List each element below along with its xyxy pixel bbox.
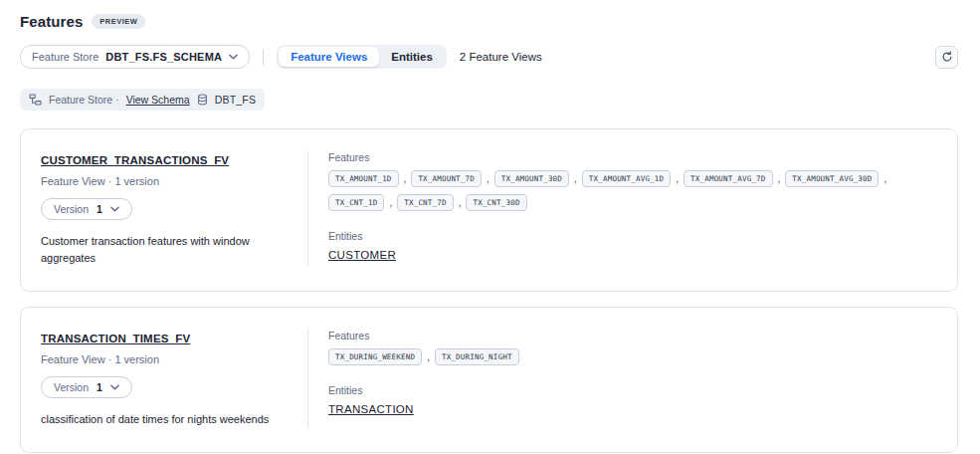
entity-link[interactable]: CUSTOMER <box>328 249 396 261</box>
chevron-down-icon <box>110 384 119 390</box>
feature-chip: TX_CNT_7D <box>397 194 453 211</box>
feature-chip: TX_DURING_WEEKEND <box>328 348 422 365</box>
chip-separator: , <box>427 351 430 362</box>
card-details: Features TX_DURING_WEEKEND , TX_DURING_N… <box>307 329 957 428</box>
breadcrumb-database: DBT_FS <box>215 94 256 106</box>
breadcrumb-prefix: Feature Store · <box>49 94 119 106</box>
version-label: Version <box>54 381 89 393</box>
feature-store-select[interactable]: Feature Store DBT_FS.FS_SCHEMA <box>20 45 250 69</box>
chip-separator: , <box>574 173 577 184</box>
chip-separator: , <box>487 173 490 184</box>
database-icon <box>197 94 208 106</box>
page-header: Features PREVIEW <box>20 13 958 30</box>
toolbar-divider <box>263 49 264 65</box>
chip-separator: , <box>883 173 886 184</box>
version-label: Version <box>54 203 89 215</box>
feature-view-card: CUSTOMER_TRANSACTIONS_FV Feature View · … <box>20 128 958 292</box>
feature-view-description: classification of date times for nights … <box>41 411 288 428</box>
page-title: Features <box>20 13 83 30</box>
chip-separator: , <box>459 197 462 208</box>
entities-label: Entities <box>328 384 937 396</box>
chevron-down-icon <box>229 54 238 60</box>
breadcrumb: Feature Store · View Schema DBT_FS <box>20 89 265 111</box>
feature-view-title-link[interactable]: CUSTOMER_TRANSACTIONS_FV <box>41 154 229 166</box>
feature-store-value: DBT_FS.FS_SCHEMA <box>105 51 222 63</box>
chevron-down-icon <box>110 206 119 212</box>
feature-view-title-link[interactable]: TRANSACTION_TIMES_FV <box>41 333 190 344</box>
features-chip-list: TX_DURING_WEEKEND , TX_DURING_NIGHT <box>328 348 937 365</box>
feature-chip: TX_DURING_NIGHT <box>435 348 519 365</box>
chip-separator: , <box>389 197 392 208</box>
feature-view-meta: Feature View · 1 version <box>41 353 288 365</box>
features-label: Features <box>328 330 937 341</box>
tab-feature-views[interactable]: Feature Views <box>279 47 379 67</box>
entities-label: Entities <box>328 230 937 242</box>
card-summary: TRANSACTION_TIMES_FV Feature View · 1 ve… <box>21 329 307 428</box>
entities-list: TRANSACTION <box>328 396 937 417</box>
version-value: 1 <box>97 203 102 215</box>
feature-chip: TX_AMOUNT_7D <box>411 170 482 187</box>
features-chip-list: TX_AMOUNT_1D , TX_AMOUNT_7D , TX_AMOUNT_… <box>328 170 937 211</box>
feature-chip: TX_AMOUNT_AVG_7D <box>684 170 772 187</box>
feature-store-label: Feature Store <box>32 51 98 63</box>
feature-view-card: TRANSACTION_TIMES_FV Feature View · 1 ve… <box>20 307 958 453</box>
feature-view-description: Customer transaction features with windo… <box>41 233 288 267</box>
version-value: 1 <box>97 381 102 393</box>
view-schema-link[interactable]: View Schema <box>126 94 190 106</box>
chip-separator: , <box>404 173 407 184</box>
feature-chip: TX_AMOUNT_30D <box>494 170 569 187</box>
refresh-button[interactable] <box>935 46 958 69</box>
chip-separator: , <box>676 173 679 184</box>
feature-chip: TX_AMOUNT_1D <box>328 170 399 187</box>
feature-view-list: CUSTOMER_TRANSACTIONS_FV Feature View · … <box>20 128 958 453</box>
version-select[interactable]: Version 1 <box>41 376 132 398</box>
tab-group: Feature Views Entities <box>277 45 447 69</box>
feature-store-icon <box>29 94 42 106</box>
card-summary: CUSTOMER_TRANSACTIONS_FV Feature View · … <box>21 150 307 267</box>
features-page: Features PREVIEW Feature Store DBT_FS.FS… <box>0 0 980 453</box>
chip-separator: , <box>778 173 781 184</box>
breadcrumb-row: Feature Store · View Schema DBT_FS <box>20 89 958 111</box>
feature-chip: TX_AMOUNT_AVG_30D <box>785 170 879 187</box>
feature-chip: TX_AMOUNT_AVG_1D <box>582 170 671 187</box>
feature-views-count: 2 Feature Views <box>460 51 542 63</box>
feature-chip: TX_CNT_1D <box>328 194 384 211</box>
version-select[interactable]: Version 1 <box>41 198 132 220</box>
preview-badge: PREVIEW <box>92 14 145 29</box>
entity-link[interactable]: TRANSACTION <box>328 403 414 415</box>
tab-entities[interactable]: Entities <box>379 47 445 67</box>
refresh-icon <box>941 51 953 63</box>
feature-chip: TX_CNT_30D <box>466 194 526 211</box>
toolbar: Feature Store DBT_FS.FS_SCHEMA Feature V… <box>20 45 958 69</box>
card-details: Features TX_AMOUNT_1D , TX_AMOUNT_7D , T… <box>307 150 957 267</box>
entities-list: CUSTOMER <box>328 242 937 263</box>
feature-view-meta: Feature View · 1 version <box>41 175 288 187</box>
features-label: Features <box>328 151 937 163</box>
